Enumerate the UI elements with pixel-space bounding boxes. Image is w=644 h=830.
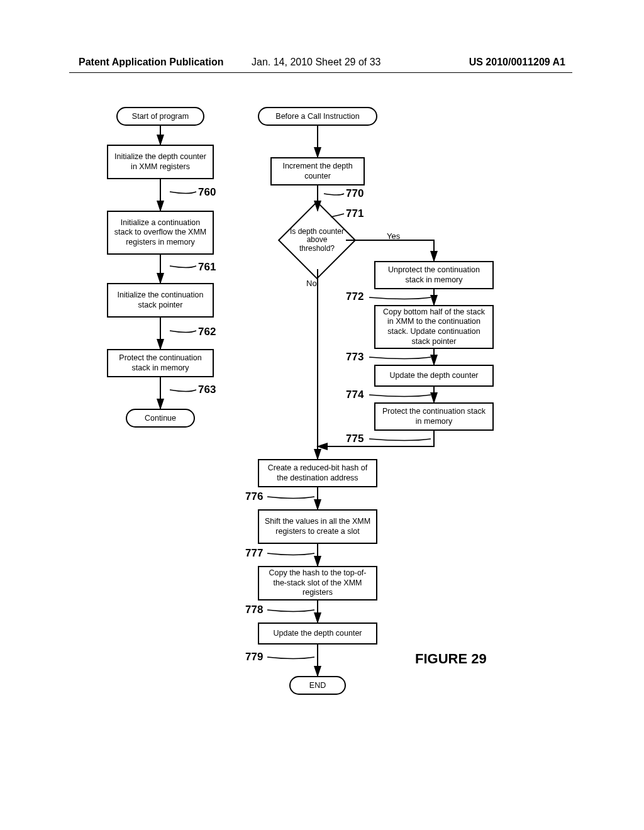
ref-763: 763 — [198, 384, 216, 396]
decision-label: Is depth counter above threshold? — [289, 228, 345, 253]
terminator-label: Start of program — [132, 112, 189, 121]
process-label: Initialize a continuation stack to overf… — [112, 218, 209, 248]
terminator-label: Before a Call Instruction — [275, 112, 359, 121]
process-779: Update the depth counter — [258, 622, 377, 645]
ref-778: 778 — [245, 604, 263, 616]
process-label: Update the depth counter — [389, 371, 478, 381]
terminator-start-right: Before a Call Instruction — [258, 107, 377, 126]
terminator-start-left: Start of program — [116, 107, 204, 126]
ref-772: 772 — [346, 290, 364, 303]
ref-771: 771 — [346, 208, 364, 220]
ref-776: 776 — [245, 490, 263, 503]
process-774: Update the depth counter — [374, 365, 494, 387]
process-label: Shift the values in all the XMM register… — [263, 517, 372, 536]
process-775: Protect the continuation stack in memory — [374, 402, 494, 431]
decision-771: Is depth counter above threshold? — [289, 213, 345, 268]
process-label: Copy bottom half of the stack in XMM to … — [379, 307, 489, 347]
process-762: Initialize the continuation stack pointe… — [107, 283, 214, 318]
header-right: US 2010/0011209 A1 — [469, 57, 565, 68]
process-label: Copy the hash to the top-of-the-stack sl… — [263, 568, 372, 598]
process-label: Protect the continuation stack in memory — [112, 353, 209, 373]
figure-title: FIGURE 29 — [415, 651, 487, 667]
process-label: Initialize the depth counter in XMM regi… — [112, 152, 209, 172]
ref-760: 760 — [198, 186, 216, 199]
terminator-label: Continue — [145, 414, 176, 423]
process-label: Protect the continuation stack in memory — [379, 407, 489, 426]
ref-770: 770 — [346, 187, 364, 200]
edge-label-no: No — [306, 279, 317, 288]
process-label: Update the depth counter — [273, 629, 362, 639]
ref-777: 777 — [245, 547, 263, 560]
ref-762: 762 — [198, 326, 216, 338]
terminator-label: END — [309, 681, 326, 690]
process-776: Create a reduced-bit hash of the destina… — [258, 459, 377, 487]
header-left: Patent Application Publication — [79, 57, 224, 68]
header-divider — [69, 72, 572, 73]
edge-label-yes: Yes — [387, 231, 400, 241]
process-778: Copy the hash to the top-of-the-stack sl… — [258, 566, 377, 600]
ref-773: 773 — [346, 351, 364, 363]
process-760: Initialize the depth counter in XMM regi… — [107, 145, 214, 179]
process-773: Copy bottom half of the stack in XMM to … — [374, 305, 494, 349]
process-772: Unprotect the continuation stack in memo… — [374, 261, 494, 289]
process-763: Protect the continuation stack in memory — [107, 349, 214, 377]
process-label: Increment the depth counter — [275, 162, 360, 181]
ref-779: 779 — [245, 651, 263, 663]
process-777: Shift the values in all the XMM register… — [258, 509, 377, 544]
process-770: Increment the depth counter — [270, 157, 365, 185]
header-center: Jan. 14, 2010 Sheet 29 of 33 — [252, 57, 381, 68]
process-label: Unprotect the continuation stack in memo… — [379, 265, 489, 285]
diagram-canvas: Start of program Initialize the depth co… — [57, 88, 585, 811]
ref-775: 775 — [346, 433, 364, 445]
ref-774: 774 — [346, 389, 364, 401]
process-761: Initialize a continuation stack to overf… — [107, 211, 214, 255]
process-label: Create a reduced-bit hash of the destina… — [263, 463, 372, 483]
connectors — [57, 88, 585, 811]
terminator-end: END — [289, 676, 346, 695]
ref-761: 761 — [198, 261, 216, 274]
process-label: Initialize the continuation stack pointe… — [112, 290, 209, 310]
terminator-continue: Continue — [126, 409, 195, 428]
